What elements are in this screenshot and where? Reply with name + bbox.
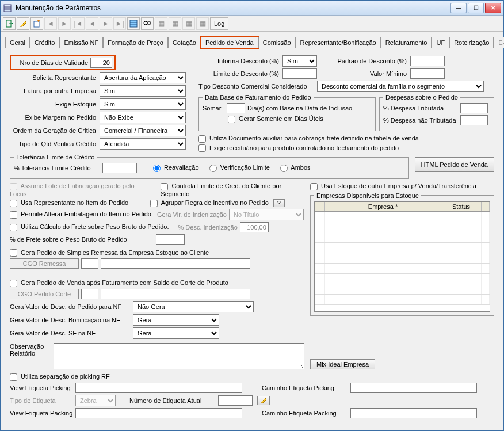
first-button[interactable]: |◄	[72, 17, 85, 30]
tool-5[interactable]: ►	[58, 17, 71, 30]
tab-roteirizacao[interactable]: Roteirização	[449, 37, 494, 48]
tab-formacao-preco[interactable]: Formação de Preço	[103, 37, 168, 48]
tool-13[interactable]: ▦	[169, 17, 181, 30]
valor-minimo-input[interactable]	[410, 68, 445, 79]
limite-desc-input[interactable]	[282, 68, 317, 79]
last-button[interactable]: ►|	[113, 17, 126, 30]
tool-15[interactable]: ▦	[196, 17, 209, 30]
app-icon	[3, 3, 12, 13]
agrupar-regra-check[interactable]: Agrupar Regra de Incentivo no Pedido	[150, 199, 269, 207]
padrao-desc-input[interactable]	[410, 56, 445, 66]
utiliza-calc-frete-check[interactable]: Utiliza Cálculo do Frete sobre Peso Brut…	[10, 223, 169, 231]
utiliza-separacao-check[interactable]: Utiliza separação de picking RF	[10, 373, 110, 381]
tipo-qtd-select[interactable]: Atendida	[100, 138, 186, 150]
tab-refaturamento[interactable]: Refaturamento	[381, 37, 432, 48]
solicita-repr-select[interactable]: Abertura da Aplicação	[100, 72, 186, 83]
usa-estoque-outra-check[interactable]: Usa Estoque de outra Empresa p/ Venda/Tr…	[310, 182, 476, 190]
titlebar: Manutenção de Parâmetros — ☐ ✕	[1, 1, 503, 16]
informa-desc-select[interactable]: Sim	[282, 55, 317, 67]
tool-4[interactable]: ◄	[44, 17, 57, 30]
padrao-desc-label: Padrão de Desconto (%)	[320, 58, 407, 64]
pct-frete-input[interactable]	[156, 234, 185, 245]
empresas-legend: Empresas Disponíveis para Estoque	[314, 192, 421, 199]
exige-estoque-select[interactable]: Sim	[100, 98, 186, 110]
tab-emissao-nf[interactable]: Emissão NF	[59, 37, 103, 48]
etiqueta-edit-button[interactable]	[257, 396, 270, 405]
view-etq-picking-label: View Etiqueta Picking	[10, 384, 73, 391]
cgo-corte-desc[interactable]	[101, 289, 250, 299]
permite-alterar-emb-check[interactable]: Permite Alterar Embalagem do Item no Ped…	[10, 211, 151, 219]
usa-repr-item-check[interactable]: Usa Representante no Item do Pedido	[10, 199, 128, 207]
empresas-grid[interactable]: Empresa * Status	[314, 201, 490, 312]
maximize-button[interactable]: ☐	[468, 3, 484, 13]
view-etq-packing-label: View Etiqueta Packing	[10, 410, 73, 417]
fatura-outra-label: Fatura por outra Empresa	[10, 87, 96, 94]
tab-uf[interactable]: UF	[432, 37, 449, 48]
desp-tributada-input[interactable]	[460, 103, 488, 113]
regra-help-button[interactable]: ?	[273, 199, 285, 207]
cgo-remessa-code[interactable]	[81, 258, 98, 269]
radio-verificacao[interactable]: Verificação Limite	[209, 164, 270, 172]
numero-etq-input[interactable]	[218, 395, 253, 406]
col-empresa: Empresa *	[325, 202, 441, 211]
gera-valor-desc-nf-select[interactable]: Não Gera	[133, 301, 254, 312]
tool-14[interactable]: ▦	[182, 17, 195, 30]
nro-dias-validade-highlight: Nro de Dias de Validade	[10, 55, 116, 70]
cgo-corte-code[interactable]	[81, 289, 98, 299]
despesas-group: Despesas sobre o Pedido % Despesa Tribut…	[379, 94, 494, 131]
tipo-etiqueta-select: Zebra	[75, 395, 116, 406]
svg-rect-6	[130, 20, 137, 27]
prev-button[interactable]: ◄	[86, 17, 98, 30]
gera-valor-desc-bonif-select[interactable]: Gera	[133, 314, 219, 326]
obs-textarea[interactable]	[54, 343, 304, 369]
view-etq-packing-input[interactable]	[75, 408, 242, 418]
next-button[interactable]: ►	[100, 17, 112, 30]
radio-ambos[interactable]: Ambos	[280, 164, 311, 172]
svg-point-9	[144, 21, 147, 25]
gera-simples-remessa-check[interactable]: Gera Pedido de Simples Remessa da Empres…	[10, 249, 209, 257]
exige-receituario-check[interactable]: Exige receituário para produto controlad…	[198, 144, 399, 152]
exige-estoque-label: Exige Estoque	[10, 101, 96, 108]
somar-dias-input[interactable]	[227, 103, 245, 113]
tab-pedido-venda[interactable]: Pedido de Venda	[201, 37, 258, 48]
exibe-margem-select[interactable]: Não Exibe	[100, 112, 186, 123]
tab-ecommerce[interactable]: E-commerce	[494, 37, 504, 48]
mix-ideal-button[interactable]: Mix Ideal Empresa	[310, 359, 375, 369]
tipo-desc-considerado-select[interactable]: Desconto comercial da família no segment…	[317, 81, 484, 92]
ordem-geracao-select[interactable]: Comercial / Financeira	[100, 125, 186, 136]
utiliza-doc-aux-check[interactable]: Utiliza Documento auxiliar para cobrança…	[198, 135, 419, 143]
radio-reavaliacao[interactable]: Reavaliação	[153, 164, 199, 172]
log-button[interactable]: Log	[210, 17, 228, 30]
edit-button[interactable]	[17, 17, 29, 30]
grid-button[interactable]	[127, 17, 140, 30]
html-pedido-venda-button[interactable]: HTML Pedido de Venda	[415, 157, 494, 172]
informa-desc-label: Informa Desconto (%)	[198, 58, 279, 64]
tab-credito[interactable]: Crédito	[30, 37, 59, 48]
gera-valor-desc-sf-select[interactable]: Gera	[133, 327, 219, 339]
nro-dias-validade-input[interactable]	[90, 58, 112, 68]
caminho-etq-picking-input[interactable]	[350, 383, 477, 393]
fatura-outra-select[interactable]: Sim	[100, 85, 186, 97]
tab-cotacao[interactable]: Cotação	[168, 37, 201, 48]
tab-geral[interactable]: Geral	[5, 37, 30, 48]
find-button[interactable]	[141, 17, 154, 30]
tab-comissao[interactable]: Comissão	[258, 37, 296, 48]
cgo-remessa-button[interactable]: CGO Remessa	[10, 258, 79, 269]
gera-vlr-indeniz-label: Gera Vlr. de Indenização	[157, 211, 227, 218]
view-etq-picking-input[interactable]	[75, 383, 242, 393]
close-button[interactable]: ✕	[485, 3, 501, 13]
cgo-remessa-desc[interactable]	[101, 258, 250, 269]
main-window: Manutenção de Parâmetros — ☐ ✕ ◄ ► |◄ ◄ …	[0, 0, 504, 431]
gerar-dias-uteis-check[interactable]: Gerar Somente em Dias Úteis	[228, 115, 323, 123]
exit-button[interactable]	[3, 17, 16, 30]
tab-representante-bonif[interactable]: Representante/Bonificação	[296, 37, 381, 48]
controla-limite-cred-check[interactable]: Controla Limite de Cred. do Cliente por …	[161, 182, 304, 197]
tool-12[interactable]: ▦	[155, 17, 167, 30]
new-button[interactable]	[30, 17, 43, 30]
caminho-etq-packing-input[interactable]	[350, 408, 477, 418]
gera-pedido-corte-check[interactable]: Gera Pedido de Venda após Faturamento co…	[10, 279, 228, 287]
minimize-button[interactable]: —	[450, 3, 467, 13]
cgo-pedido-corte-button[interactable]: CGO Pedido Corte	[10, 289, 79, 299]
pct-tolerancia-input[interactable]	[102, 163, 137, 173]
desp-nao-tributada-input[interactable]	[460, 115, 488, 125]
